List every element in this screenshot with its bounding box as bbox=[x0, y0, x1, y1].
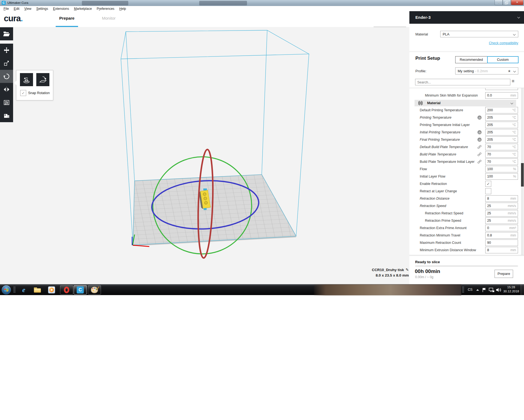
taskbar-clock[interactable]: 15:28 30.12.2018 bbox=[502, 285, 520, 293]
setting-value-field[interactable]: 25mm/s bbox=[485, 217, 518, 224]
internet-explorer-icon: e bbox=[22, 286, 25, 294]
setting-value-field[interactable]: 25mm/s bbox=[485, 210, 518, 217]
setting-value-field[interactable]: 100% bbox=[485, 166, 518, 172]
open-file-button[interactable] bbox=[0, 27, 13, 40]
setting-value-field[interactable]: 205°C bbox=[485, 114, 518, 121]
opera-taskbar-button[interactable] bbox=[60, 285, 73, 295]
support-blocker-button[interactable] bbox=[0, 109, 13, 122]
folder-icon bbox=[34, 287, 41, 293]
move-icon bbox=[3, 47, 10, 53]
minimize-button[interactable]: – bbox=[495, 0, 503, 5]
lay-flat-button[interactable] bbox=[36, 73, 49, 86]
model-handle-top[interactable] bbox=[203, 188, 207, 190]
cura-taskbar-button[interactable]: C bbox=[74, 285, 87, 295]
viewport-3d[interactable] bbox=[0, 27, 409, 284]
setting-label: Retraction Minimum Travel bbox=[420, 232, 460, 239]
setting-label: Default Build Plate Temperature bbox=[420, 144, 468, 150]
setting-row: Build Plate Temperature70°C bbox=[409, 151, 521, 158]
print-setup-title: Print Setup bbox=[415, 56, 440, 61]
setting-value-field[interactable]: 70°C bbox=[485, 151, 518, 158]
settings-menu-icon[interactable]: ≡ bbox=[512, 79, 514, 84]
svg-text:fx: fx bbox=[478, 131, 481, 134]
move-tool-button[interactable] bbox=[0, 44, 13, 57]
setting-value-field[interactable]: 70°C bbox=[485, 144, 518, 150]
restore-button[interactable] bbox=[503, 0, 511, 5]
rotate-tool-popup: ✓ Snap Rotation bbox=[16, 70, 53, 100]
menu-item-view[interactable]: View bbox=[22, 6, 34, 11]
desktop: C Ultimaker Cura – ✕ FileEditViewSetting… bbox=[0, 0, 524, 420]
rename-pencil-icon[interactable]: ✎ bbox=[406, 268, 409, 272]
svg-text:fx: fx bbox=[478, 116, 481, 119]
profile-dropdown[interactable]: My setting - 0.2mm ★ bbox=[455, 67, 518, 74]
setting-value-field[interactable]: 100% bbox=[485, 173, 518, 180]
windows-explorer-button[interactable] bbox=[33, 286, 41, 294]
menu-item-help[interactable]: Help bbox=[117, 6, 129, 11]
menu-item-settings[interactable]: Settings bbox=[34, 6, 50, 11]
setting-value-field[interactable]: 205°C bbox=[485, 122, 518, 128]
recommended-button[interactable]: Recommended bbox=[455, 56, 487, 63]
menu-item-file[interactable]: File bbox=[1, 6, 11, 11]
setting-checkbox[interactable] bbox=[485, 188, 491, 194]
setting-checkbox[interactable]: ✓ bbox=[485, 181, 491, 187]
setting-row: Retract at Layer Change bbox=[409, 188, 521, 194]
function-icon: fx bbox=[477, 137, 482, 142]
settings-search-input[interactable] bbox=[415, 79, 513, 86]
snap-rotation-checkbox[interactable]: ✓ bbox=[20, 90, 26, 96]
setting-value-field[interactable]: 8mm bbox=[485, 247, 518, 253]
reset-rotation-button[interactable] bbox=[20, 73, 33, 86]
material-dropdown[interactable]: PLA bbox=[440, 31, 518, 37]
paint-taskbar-button[interactable] bbox=[88, 285, 101, 295]
media-player-icon bbox=[48, 286, 55, 293]
setting-row: Printing Temperaturefx205°C bbox=[409, 114, 521, 121]
category-material[interactable]: Material bbox=[415, 100, 516, 106]
rotate-tool-button[interactable] bbox=[0, 70, 13, 83]
menu-item-marketplace[interactable]: Marketplace bbox=[72, 6, 94, 11]
menu-item-edit[interactable]: Edit bbox=[11, 6, 22, 11]
settings-list: Minimum Skin Width for Expansion0.0mmMat… bbox=[409, 88, 521, 255]
setting-value-field[interactable]: 25mm/s bbox=[485, 203, 518, 209]
per-model-settings-button[interactable] bbox=[0, 96, 13, 109]
media-player-button[interactable] bbox=[47, 286, 56, 294]
taskbar-grip bbox=[14, 287, 16, 293]
setting-value-field[interactable]: 90 bbox=[485, 239, 518, 246]
prepare-button[interactable]: Prepare bbox=[495, 270, 513, 278]
menu-item-extensions[interactable]: Extensions bbox=[50, 6, 72, 11]
slice-progress-bar bbox=[415, 265, 518, 267]
setting-value-field[interactable]: 200°C bbox=[485, 107, 518, 113]
model-dimensions: 8.0 x 23.5 x 8.0 mm bbox=[300, 273, 409, 277]
setting-value-field[interactable]: 205°C bbox=[485, 136, 518, 143]
mirror-tool-button[interactable] bbox=[0, 83, 13, 96]
taskbar-wallpaper-glass bbox=[314, 284, 461, 295]
setting-label: Retraction Speed bbox=[420, 203, 446, 209]
check-compatibility-link[interactable]: Check compatibility bbox=[489, 41, 518, 45]
setting-value-field[interactable]: 8mm bbox=[485, 195, 518, 202]
show-desktop-button[interactable] bbox=[521, 284, 524, 295]
custom-button[interactable]: Custom bbox=[487, 56, 519, 63]
tab-monitor[interactable]: Monitor bbox=[100, 16, 118, 20]
setting-value-field[interactable]: 0.8mm bbox=[485, 232, 518, 239]
close-button[interactable]: ✕ bbox=[511, 0, 523, 5]
setting-value-partial[interactable] bbox=[485, 88, 518, 90]
tab-prepare[interactable]: Prepare bbox=[56, 16, 78, 20]
machine-selector[interactable]: Ender-3 bbox=[409, 11, 524, 24]
taskbar: e C CS 15:28 30.12.2018 bbox=[0, 284, 524, 295]
show-hidden-icons-arrow[interactable] bbox=[476, 289, 479, 291]
menu-item-preferences[interactable]: Preferences bbox=[94, 6, 117, 11]
settings-scrollbar-handle[interactable] bbox=[521, 163, 524, 187]
model-handle-bottom[interactable] bbox=[204, 208, 207, 210]
setting-value-field[interactable]: 0mm³ bbox=[485, 225, 518, 231]
scale-tool-button[interactable] bbox=[0, 57, 13, 70]
setting-value-field[interactable]: 205°C bbox=[485, 129, 518, 136]
window-title: Ultimaker Cura bbox=[7, 1, 28, 4]
language-indicator[interactable]: CS bbox=[468, 288, 472, 292]
taskbar-grip bbox=[462, 287, 465, 293]
start-button[interactable] bbox=[2, 285, 11, 295]
setting-label: Enable Retraction bbox=[420, 181, 447, 187]
support-blocker-icon bbox=[3, 112, 10, 119]
setting-value-field[interactable]: 70°C bbox=[485, 158, 518, 165]
action-center-flag-icon[interactable] bbox=[481, 287, 487, 293]
internet-explorer-button[interactable]: e bbox=[20, 286, 28, 294]
setting-value-field[interactable]: 0.0mm bbox=[485, 92, 518, 99]
volume-icon[interactable] bbox=[496, 287, 502, 293]
network-icon[interactable] bbox=[489, 287, 495, 293]
